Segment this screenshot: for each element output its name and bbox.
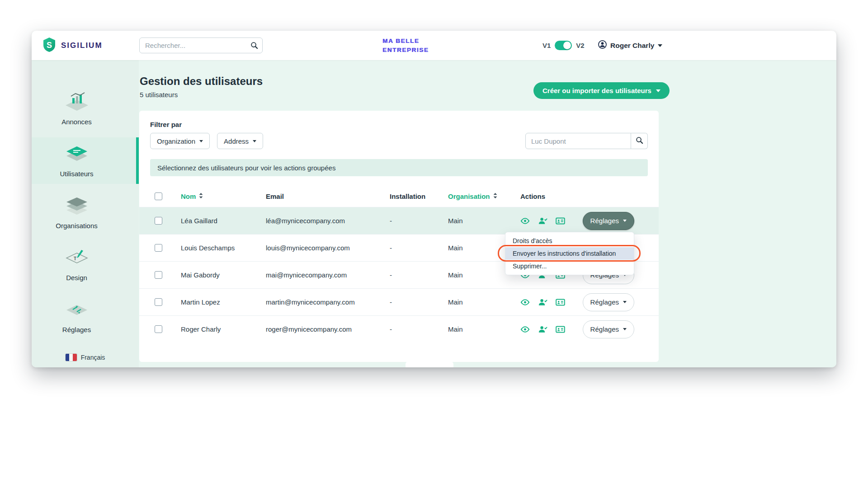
table-row: Roger Charly roger@mynicecompany.com - M… (139, 315, 659, 343)
global-search-input[interactable] (139, 38, 263, 53)
assign-user-icon[interactable] (538, 298, 547, 306)
installation-cell: - (384, 217, 443, 225)
chevron-down-icon (199, 140, 203, 142)
installation-cell: - (384, 271, 443, 279)
contact-card-icon[interactable] (556, 217, 565, 225)
organization-filter-dropdown[interactable]: Organization (150, 133, 210, 149)
settings-button[interactable]: Réglages (583, 293, 634, 311)
contact-card-icon[interactable] (556, 326, 565, 333)
menu-item-supprimer[interactable]: Supprimer... (505, 260, 634, 272)
version-switcher: V1 V2 (542, 31, 585, 60)
sigilium-logo-icon: S (42, 37, 57, 54)
brand-name: SIGILIUM (61, 41, 103, 50)
reglages-icon (65, 300, 89, 321)
sidebar-item-design[interactable]: T Design (32, 241, 139, 288)
language-label: Français (81, 354, 105, 361)
installation-cell: - (384, 325, 443, 333)
user-name-cell: Louis Deschamps (175, 244, 260, 252)
user-email-cell: martin@mynicecompany.com (260, 298, 384, 306)
column-header-email: Email (260, 192, 384, 200)
menu-item-envoyer-instructions[interactable]: Envoyer les instructions d'installation (505, 247, 634, 260)
filter-by-label: Filtrer par (150, 121, 648, 128)
column-header-actions: Actions (515, 192, 648, 200)
create-import-users-button[interactable]: Créer ou importer des utilisateurs (533, 82, 670, 99)
user-name-cell: Martin Lopez (175, 298, 260, 306)
assign-user-icon[interactable] (538, 325, 547, 333)
version-v1-label: V1 (542, 42, 551, 49)
column-header-nom[interactable]: Nom (175, 192, 260, 200)
installation-cell: - (384, 244, 443, 252)
sidebar-item-annonces[interactable]: Annonces (32, 85, 139, 132)
view-user-icon[interactable] (520, 299, 530, 306)
sort-icon (493, 192, 498, 200)
annonces-icon (65, 92, 89, 113)
user-search (525, 133, 648, 149)
assign-user-icon[interactable] (538, 217, 547, 225)
pagination-control-cutoff[interactable] (406, 361, 453, 367)
row-checkbox[interactable] (155, 244, 162, 252)
bulk-actions-notice: Sélectionnez des utilisateurs pour voir … (150, 159, 648, 176)
settings-button-label: Réglages (590, 298, 619, 306)
settings-button-label: Réglages (590, 217, 619, 225)
chevron-down-icon (623, 328, 627, 330)
row-checkbox[interactable] (155, 325, 162, 333)
view-user-icon[interactable] (520, 217, 530, 225)
installation-cell: - (384, 298, 443, 306)
sidebar-nav: Annonces Utilisateurs (32, 60, 139, 345)
french-flag-icon (66, 354, 77, 361)
user-icon (598, 40, 607, 51)
sidebar-item-organisations[interactable]: Organisations (32, 189, 139, 236)
user-name-cell: Léa Gaillard (175, 217, 260, 225)
user-name-cell: Mai Gabordy (175, 271, 260, 279)
row-checkbox[interactable] (155, 298, 162, 306)
language-selector[interactable]: Français (32, 354, 139, 361)
app-window: S SIGILIUM MA BELLE ENTREPRISE V1 V2 (32, 31, 836, 367)
column-header-organisation[interactable]: Organisation (443, 192, 515, 200)
brand-logo[interactable]: S SIGILIUM (42, 31, 103, 60)
table-row: Léa Gaillard léa@mynicecompany.com - Mai… (139, 207, 659, 234)
search-icon[interactable] (250, 42, 258, 51)
user-menu[interactable]: Roger Charly (598, 31, 662, 60)
chevron-down-icon (658, 44, 662, 47)
column-header-installation: Installation (384, 192, 443, 200)
settings-button-open[interactable]: Réglages (583, 212, 634, 230)
topbar: S SIGILIUM MA BELLE ENTREPRISE V1 V2 (32, 31, 836, 60)
organisation-cell: Main (443, 271, 515, 279)
user-name-cell: Roger Charly (175, 325, 260, 333)
view-user-icon[interactable] (520, 326, 530, 333)
toggle-knob (563, 42, 571, 49)
sidebar-item-label: Organisations (56, 222, 98, 230)
organisation-header-label: Organisation (448, 192, 490, 200)
settings-button[interactable]: Réglages (583, 320, 634, 338)
user-email-cell: léa@mynicecompany.com (260, 217, 384, 225)
main-content: Gestion des utilisateurs 5 utilisateurs … (139, 60, 836, 367)
row-checkbox[interactable] (155, 271, 162, 279)
svg-text:T: T (74, 256, 76, 261)
nom-header-label: Nom (181, 192, 196, 200)
settings-dropdown-menu: Droits d'accès Envoyer les instructions … (505, 232, 634, 275)
sidebar-item-label: Annonces (61, 118, 92, 126)
row-checkbox[interactable] (155, 217, 162, 225)
sort-icon (198, 192, 203, 200)
user-search-button[interactable] (631, 133, 648, 149)
select-all-checkbox[interactable] (155, 192, 162, 200)
design-icon: T (65, 248, 89, 269)
version-toggle[interactable] (555, 41, 572, 50)
user-search-input[interactable] (525, 133, 631, 149)
table-header-row: Nom Email Installation Organisation Acti… (139, 185, 659, 207)
chevron-down-icon (623, 220, 627, 222)
address-filter-dropdown[interactable]: Address (217, 133, 263, 149)
sidebar-item-label: Réglages (62, 326, 91, 333)
menu-item-droits-acces[interactable]: Droits d'accès (505, 235, 634, 247)
chevron-down-icon (253, 140, 256, 142)
user-name: Roger Charly (610, 42, 654, 50)
company-name-line1: MA BELLE (382, 37, 429, 46)
sidebar-item-reglages[interactable]: Réglages (32, 293, 139, 340)
chevron-down-icon (623, 301, 627, 303)
version-v2-label: V2 (576, 42, 584, 49)
sidebar-item-utilisateurs[interactable]: Utilisateurs (32, 137, 139, 184)
organisation-cell: Main (443, 217, 515, 225)
search-icon (636, 136, 643, 145)
sidebar: Annonces Utilisateurs (32, 60, 139, 367)
contact-card-icon[interactable] (556, 299, 565, 306)
